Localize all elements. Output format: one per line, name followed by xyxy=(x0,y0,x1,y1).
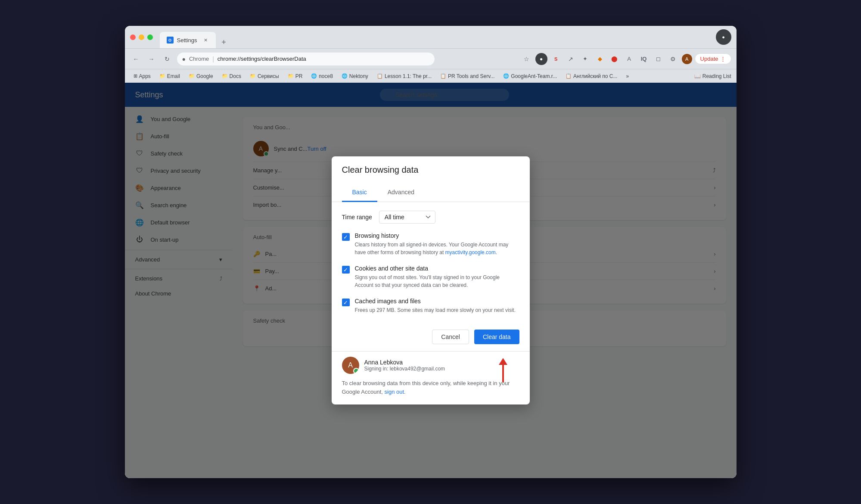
back-button[interactable]: ← xyxy=(130,53,142,65)
dialog-tabs: Basic Advanced xyxy=(332,184,530,202)
star-button[interactable]: ☆ xyxy=(521,53,533,65)
extension-icon-2[interactable]: ↗ xyxy=(565,53,577,65)
cookies-checkbox[interactable]: ✓ xyxy=(342,266,350,274)
minimize-button[interactable] xyxy=(139,34,144,40)
bookmark-google[interactable]: 📁 Google xyxy=(185,72,217,81)
settings-tab[interactable]: ⚙ Settings ✕ xyxy=(160,32,216,48)
dialog-profile-name: Anna Lebkova xyxy=(364,359,519,366)
profile-avatar-button[interactable]: A xyxy=(682,54,692,64)
update-button[interactable]: Update ⋮ xyxy=(695,53,731,64)
cookies-title: Cookies and other site data xyxy=(355,265,519,272)
myactivity-link[interactable]: myactivity.google.com xyxy=(445,249,496,255)
cookies-content: Cookies and other site data Signs you ou… xyxy=(355,265,519,289)
bookmark-email-label: Email xyxy=(167,73,180,79)
cached-title: Cached images and files xyxy=(355,298,519,305)
bookmark-lang[interactable]: 📋 Английский по С... xyxy=(562,72,621,81)
bookmark-googleant[interactable]: 🌐 GoogleAnt-Team.r... xyxy=(500,72,560,81)
dialog-profile-row: A Anna Lebkova Signing in: lebkova492@gm… xyxy=(342,357,519,374)
sign-out-link[interactable]: sign out xyxy=(385,389,404,395)
bookmark-serv[interactable]: 📁 Сервисы xyxy=(246,72,283,81)
dialog-profile-info: Anna Lebkova Signing in: lebkova492@gmai… xyxy=(364,359,519,372)
googleant-icon: 🌐 xyxy=(503,73,509,79)
lesson-icon: 📋 xyxy=(377,73,383,79)
cookies-desc: Signs you out of most sites. You'll stay… xyxy=(355,274,519,289)
bookmark-nektony[interactable]: 🌐 Nektony xyxy=(338,72,372,81)
google-icon: 📁 xyxy=(189,73,195,79)
serv-icon: 📁 xyxy=(250,73,256,79)
dialog-action-buttons: Cancel Clear data xyxy=(332,323,530,351)
clear-browsing-dialog: Clear browsing data Basic Advanced Time … xyxy=(332,156,530,404)
clear-data-button[interactable]: Clear data xyxy=(474,330,519,344)
reload-button[interactable]: ↻ xyxy=(161,53,173,65)
forward-button[interactable]: → xyxy=(146,53,158,65)
bookmark-nektony-label: Nektony xyxy=(349,73,368,79)
tab-close-button[interactable]: ✕ xyxy=(202,37,209,44)
bookmark-apps[interactable]: ⊞ Apps xyxy=(130,72,154,81)
red-arrow-indicator xyxy=(499,358,507,382)
time-range-select[interactable]: All time Last hour Last 24 hours Last 7 … xyxy=(379,211,435,224)
bookmark-lesson[interactable]: 📋 Lesson 1.1: The pr... xyxy=(373,72,435,81)
tab-basic[interactable]: Basic xyxy=(342,184,377,202)
bookmark-pr-tools[interactable]: 📋 PR Tools and Serv... xyxy=(437,72,498,81)
bookmark-google-label: Google xyxy=(196,73,213,79)
browser-window: ⚙ Settings ✕ + ● ← → ↻ ● Chrome | chrome… xyxy=(125,26,737,478)
dialog-note-end: . xyxy=(404,389,406,395)
cached-desc: Frees up 297 MB. Some sites may load mor… xyxy=(355,306,519,314)
dialog-profile-email: Signing in: lebkova492@gmail.com xyxy=(364,366,519,372)
pr-tools-icon: 📋 xyxy=(440,73,446,79)
bookmark-googleant-label: GoogleAnt-Team.r... xyxy=(511,73,557,79)
bookmark-lesson-label: Lesson 1.1: The pr... xyxy=(385,73,432,79)
bookmark-lang-label: Английский по С... xyxy=(573,73,617,79)
time-range-label: Time range xyxy=(342,214,372,221)
address-separator: | xyxy=(212,56,214,62)
bookmark-docs[interactable]: 📁 Docs xyxy=(218,72,245,81)
extension-icon-5[interactable]: ⬤ xyxy=(609,53,621,65)
arrow-head-icon xyxy=(499,358,507,365)
dialog-overlay: Clear browsing data Basic Advanced Time … xyxy=(125,83,737,478)
dialog-body: Time range All time Last hour Last 24 ho… xyxy=(332,202,530,323)
bookmark-docs-label: Docs xyxy=(230,73,241,79)
arrow-shaft xyxy=(502,365,504,382)
maximize-button[interactable] xyxy=(147,34,153,40)
dialog-profile-avatar: A xyxy=(342,357,359,374)
content-area: Settings 👤 You and Google 📋 Auto-fill 🛡 … xyxy=(125,83,737,478)
profile-button[interactable]: ● xyxy=(716,29,731,45)
tab-advanced[interactable]: Advanced xyxy=(377,184,425,202)
extension-icon-1[interactable]: S xyxy=(550,53,562,65)
checkbox-cached: ✓ Cached images and files Frees up 297 M… xyxy=(342,298,519,314)
profile-icon: ● xyxy=(722,34,725,40)
title-bar: ⚙ Settings ✕ + ● xyxy=(125,26,737,48)
browsing-history-checkbox[interactable]: ✓ xyxy=(342,233,350,241)
close-button[interactable] xyxy=(130,34,136,40)
settings-tab-label: Settings xyxy=(177,37,197,44)
dialog-header: Clear browsing data xyxy=(332,156,530,178)
address-bar[interactable]: ● Chrome | chrome://settings/clearBrowse… xyxy=(177,52,435,66)
secure-icon: ● xyxy=(182,56,186,62)
extension-icon-6[interactable]: A xyxy=(623,53,635,65)
bookmark-serv-label: Сервисы xyxy=(258,73,279,79)
bookmark-more[interactable]: » xyxy=(622,72,632,81)
email-icon: 📁 xyxy=(159,73,165,79)
extension-icon-4[interactable]: ◆ xyxy=(594,53,606,65)
new-tab-button[interactable]: + xyxy=(218,36,230,48)
extension-icon-7[interactable]: IQ xyxy=(638,53,650,65)
bookmark-pr-label: PR xyxy=(295,73,303,79)
extensions-button[interactable]: ⚙ xyxy=(667,53,679,65)
cancel-button[interactable]: Cancel xyxy=(432,330,469,344)
bookmark-pr[interactable]: 📁 PR xyxy=(284,72,306,81)
reading-list-button[interactable]: 📖 Reading List xyxy=(694,73,731,79)
reading-list-icon: 📖 xyxy=(694,73,701,79)
update-chevron: ⋮ xyxy=(720,56,726,62)
pr-icon: 📁 xyxy=(288,73,294,79)
traffic-lights xyxy=(130,34,153,40)
bookmark-poce[interactable]: 🌐 поce8 xyxy=(308,72,336,81)
url-path: chrome://settings/clearBrowserData xyxy=(218,56,306,62)
extension-icon-3[interactable]: ✦ xyxy=(579,53,591,65)
tab-bar: ⚙ Settings ✕ + xyxy=(160,26,712,48)
cached-checkbox[interactable]: ✓ xyxy=(342,299,350,306)
bookmark-apps-label: Apps xyxy=(139,73,151,79)
nektony-icon: 🌐 xyxy=(342,73,348,79)
extension-icon-8[interactable]: ◻ xyxy=(653,53,665,65)
settings-tab-icon: ⚙ xyxy=(167,37,174,44)
bookmark-email[interactable]: 📁 Email xyxy=(156,72,183,81)
